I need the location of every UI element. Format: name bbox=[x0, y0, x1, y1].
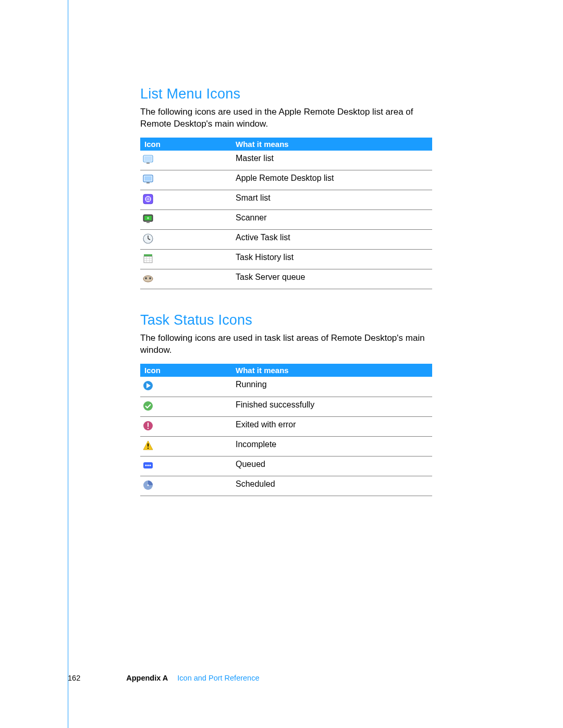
cell-meaning: Exited with error bbox=[231, 416, 432, 436]
appendix-title: Icon and Port Reference bbox=[177, 674, 259, 682]
col-meaning: What it means bbox=[231, 364, 432, 377]
table-row: Finished successfully bbox=[140, 397, 432, 416]
section-desc-list-menu: The following icons are used in the Appl… bbox=[140, 106, 432, 130]
col-icon: Icon bbox=[140, 138, 231, 151]
active-task-icon bbox=[142, 233, 154, 244]
table-row: Apple Remote Desktop list bbox=[140, 170, 432, 190]
table-row: Task History list bbox=[140, 250, 432, 269]
svg-rect-30 bbox=[148, 423, 149, 427]
cell-meaning: Apple Remote Desktop list bbox=[231, 170, 432, 190]
ard-list-icon bbox=[142, 174, 154, 185]
task-status-table: Icon What it means Running bbox=[140, 364, 432, 496]
table-row: Scheduled bbox=[140, 476, 432, 496]
task-server-icon bbox=[142, 273, 154, 284]
error-icon bbox=[142, 420, 154, 431]
section-title-list-menu: List Menu Icons bbox=[140, 86, 495, 102]
table-row: Master list bbox=[140, 151, 432, 170]
incomplete-icon bbox=[142, 440, 154, 451]
page-content: List Menu Icons The following icons are … bbox=[68, 0, 495, 728]
table-row: Scanner bbox=[140, 210, 432, 230]
svg-point-28 bbox=[143, 401, 153, 411]
cell-meaning: Queued bbox=[231, 456, 432, 476]
cell-meaning: Task History list bbox=[231, 250, 432, 269]
section-title-task-status: Task Status Icons bbox=[140, 312, 495, 328]
cell-meaning: Master list bbox=[231, 151, 432, 170]
svg-point-40 bbox=[148, 484, 149, 486]
svg-rect-4 bbox=[144, 176, 152, 181]
cell-meaning: Running bbox=[231, 377, 432, 397]
finished-icon bbox=[142, 400, 154, 412]
table-row: Smart list bbox=[140, 190, 432, 210]
svg-rect-17 bbox=[144, 254, 152, 256]
master-list-icon bbox=[142, 154, 154, 165]
queued-icon bbox=[142, 460, 154, 471]
scanner-icon bbox=[142, 213, 154, 225]
appendix-label: Appendix A bbox=[126, 674, 168, 682]
list-menu-table: Icon What it means Master list bbox=[140, 138, 432, 290]
svg-rect-34 bbox=[148, 448, 149, 449]
task-history-icon bbox=[142, 253, 154, 264]
svg-rect-18 bbox=[144, 256, 152, 263]
cell-meaning: Incomplete bbox=[231, 436, 432, 456]
cell-meaning: Scanner bbox=[231, 210, 432, 230]
smart-list-icon bbox=[142, 193, 154, 205]
cell-meaning: Task Server queue bbox=[231, 269, 432, 289]
table-row: Running bbox=[140, 377, 432, 397]
table-row: Active Task list bbox=[140, 230, 432, 250]
running-icon bbox=[142, 380, 154, 391]
cell-meaning: Active Task list bbox=[231, 230, 432, 250]
svg-rect-31 bbox=[148, 428, 149, 429]
col-icon: Icon bbox=[140, 364, 231, 377]
svg-rect-13 bbox=[146, 222, 150, 223]
table-row: Exited with error bbox=[140, 416, 432, 436]
svg-point-23 bbox=[143, 276, 153, 282]
section-desc-task-status: The following icons are used in task lis… bbox=[140, 332, 432, 356]
table-row: Queued bbox=[140, 456, 432, 476]
svg-point-24 bbox=[145, 277, 147, 279]
cell-meaning: Finished successfully bbox=[231, 397, 432, 416]
table-row: Task Server queue bbox=[140, 269, 432, 289]
svg-point-36 bbox=[145, 464, 146, 466]
svg-point-12 bbox=[147, 217, 149, 219]
svg-rect-1 bbox=[144, 156, 152, 161]
svg-point-37 bbox=[147, 464, 149, 466]
table-row: Incomplete bbox=[140, 436, 432, 456]
page-footer: 162 Appendix A Icon and Port Reference bbox=[68, 674, 259, 682]
page-number: 162 bbox=[68, 674, 80, 682]
col-meaning: What it means bbox=[231, 138, 432, 151]
cell-meaning: Smart list bbox=[231, 190, 432, 210]
svg-rect-5 bbox=[146, 182, 150, 183]
svg-point-25 bbox=[149, 277, 151, 279]
cell-meaning: Scheduled bbox=[231, 476, 432, 496]
scheduled-icon bbox=[142, 479, 154, 491]
svg-point-38 bbox=[149, 464, 151, 466]
svg-rect-33 bbox=[148, 443, 149, 447]
svg-rect-2 bbox=[146, 163, 150, 164]
